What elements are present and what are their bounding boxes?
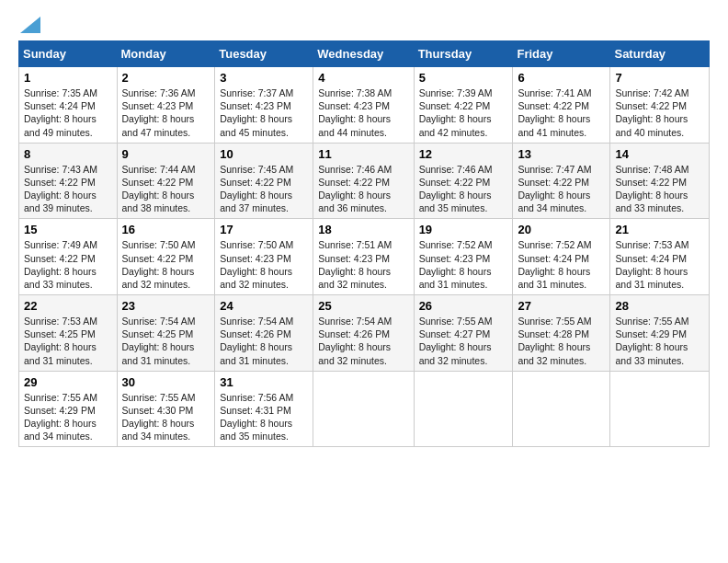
day-number: 7 <box>615 71 704 85</box>
day-info: Sunrise: 7:38 AM Sunset: 4:23 PM Dayligh… <box>318 86 408 139</box>
calendar-cell: 29 Sunrise: 7:55 AM Sunset: 4:29 PM Dayl… <box>19 371 118 447</box>
calendar-header-tuesday: Tuesday <box>215 41 313 67</box>
calendar-cell: 17 Sunrise: 7:50 AM Sunset: 4:23 PM Dayl… <box>215 219 313 295</box>
calendar-week-row: 8 Sunrise: 7:43 AM Sunset: 4:22 PM Dayli… <box>19 143 710 219</box>
day-number: 29 <box>24 375 112 389</box>
day-number: 9 <box>122 147 210 161</box>
day-info: Sunrise: 7:54 AM Sunset: 4:26 PM Dayligh… <box>318 315 408 367</box>
day-info: Sunrise: 7:55 AM Sunset: 4:29 PM Dayligh… <box>24 391 112 443</box>
calendar-cell: 24 Sunrise: 7:54 AM Sunset: 4:26 PM Dayl… <box>215 295 313 372</box>
day-number: 16 <box>122 223 210 236</box>
day-number: 11 <box>318 147 408 161</box>
svg-marker-0 <box>20 17 40 33</box>
calendar-header-monday: Monday <box>117 41 215 67</box>
logo-arrow-icon <box>20 17 40 33</box>
day-number: 4 <box>318 71 408 85</box>
calendar-table: SundayMondayTuesdayWednesdayThursdayFrid… <box>18 40 710 447</box>
day-info: Sunrise: 7:42 AM Sunset: 4:22 PM Dayligh… <box>615 86 704 139</box>
day-info: Sunrise: 7:47 AM Sunset: 4:22 PM Dayligh… <box>518 163 605 215</box>
calendar-header-saturday: Saturday <box>610 41 710 67</box>
calendar-cell: 8 Sunrise: 7:43 AM Sunset: 4:22 PM Dayli… <box>19 143 118 219</box>
day-number: 31 <box>220 375 308 389</box>
calendar-cell: 23 Sunrise: 7:54 AM Sunset: 4:25 PM Dayl… <box>117 295 215 372</box>
day-info: Sunrise: 7:55 AM Sunset: 4:28 PM Dayligh… <box>518 315 605 367</box>
calendar-cell: 30 Sunrise: 7:55 AM Sunset: 4:30 PM Dayl… <box>117 371 215 447</box>
calendar-header-friday: Friday <box>513 41 610 67</box>
day-info: Sunrise: 7:52 AM Sunset: 4:24 PM Dayligh… <box>518 238 605 291</box>
calendar-header-sunday: Sunday <box>19 41 118 67</box>
day-number: 3 <box>220 71 308 85</box>
calendar-cell: 12 Sunrise: 7:46 AM Sunset: 4:22 PM Dayl… <box>414 143 513 219</box>
day-number: 5 <box>419 71 508 85</box>
day-info: Sunrise: 7:45 AM Sunset: 4:22 PM Dayligh… <box>220 163 308 215</box>
calendar-week-row: 29 Sunrise: 7:55 AM Sunset: 4:29 PM Dayl… <box>19 371 710 447</box>
day-info: Sunrise: 7:56 AM Sunset: 4:31 PM Dayligh… <box>220 391 308 443</box>
day-number: 6 <box>518 71 605 85</box>
calendar-cell: 13 Sunrise: 7:47 AM Sunset: 4:22 PM Dayl… <box>513 143 610 219</box>
calendar-cell: 14 Sunrise: 7:48 AM Sunset: 4:22 PM Dayl… <box>610 143 710 219</box>
day-info: Sunrise: 7:46 AM Sunset: 4:22 PM Dayligh… <box>419 163 508 215</box>
calendar-body: 1 Sunrise: 7:35 AM Sunset: 4:24 PM Dayli… <box>19 67 710 447</box>
day-number: 14 <box>615 147 704 161</box>
calendar-cell: 21 Sunrise: 7:53 AM Sunset: 4:24 PM Dayl… <box>610 219 710 295</box>
day-number: 17 <box>220 223 308 236</box>
calendar-cell: 4 Sunrise: 7:38 AM Sunset: 4:23 PM Dayli… <box>313 67 414 144</box>
calendar-cell: 1 Sunrise: 7:35 AM Sunset: 4:24 PM Dayli… <box>19 67 118 144</box>
day-info: Sunrise: 7:50 AM Sunset: 4:22 PM Dayligh… <box>122 238 210 291</box>
day-number: 10 <box>220 147 308 161</box>
day-info: Sunrise: 7:54 AM Sunset: 4:25 PM Dayligh… <box>122 315 210 367</box>
day-number: 20 <box>518 223 605 236</box>
day-number: 8 <box>24 147 112 161</box>
day-info: Sunrise: 7:52 AM Sunset: 4:23 PM Dayligh… <box>419 238 508 291</box>
calendar-header-row: SundayMondayTuesdayWednesdayThursdayFrid… <box>19 41 710 67</box>
day-number: 12 <box>419 147 508 161</box>
day-info: Sunrise: 7:49 AM Sunset: 4:22 PM Dayligh… <box>24 238 112 291</box>
day-info: Sunrise: 7:43 AM Sunset: 4:22 PM Dayligh… <box>24 163 112 215</box>
calendar-cell: 25 Sunrise: 7:54 AM Sunset: 4:26 PM Dayl… <box>313 295 414 372</box>
calendar-cell: 31 Sunrise: 7:56 AM Sunset: 4:31 PM Dayl… <box>215 371 313 447</box>
calendar-cell <box>414 371 513 447</box>
day-info: Sunrise: 7:51 AM Sunset: 4:23 PM Dayligh… <box>318 238 408 291</box>
day-info: Sunrise: 7:41 AM Sunset: 4:22 PM Dayligh… <box>518 86 605 139</box>
day-number: 28 <box>615 299 704 313</box>
day-info: Sunrise: 7:53 AM Sunset: 4:24 PM Dayligh… <box>615 238 704 291</box>
logo <box>18 17 40 33</box>
calendar-cell <box>313 371 414 447</box>
day-info: Sunrise: 7:50 AM Sunset: 4:23 PM Dayligh… <box>220 238 308 291</box>
day-number: 25 <box>318 299 408 313</box>
calendar-cell: 7 Sunrise: 7:42 AM Sunset: 4:22 PM Dayli… <box>610 67 710 144</box>
day-info: Sunrise: 7:48 AM Sunset: 4:22 PM Dayligh… <box>615 163 704 215</box>
day-info: Sunrise: 7:44 AM Sunset: 4:22 PM Dayligh… <box>122 163 210 215</box>
calendar-week-row: 22 Sunrise: 7:53 AM Sunset: 4:25 PM Dayl… <box>19 295 710 372</box>
day-info: Sunrise: 7:39 AM Sunset: 4:22 PM Dayligh… <box>419 86 508 139</box>
calendar-week-row: 1 Sunrise: 7:35 AM Sunset: 4:24 PM Dayli… <box>19 67 710 144</box>
day-info: Sunrise: 7:55 AM Sunset: 4:29 PM Dayligh… <box>615 315 704 367</box>
day-number: 19 <box>419 223 508 236</box>
calendar-cell: 9 Sunrise: 7:44 AM Sunset: 4:22 PM Dayli… <box>117 143 215 219</box>
day-number: 2 <box>122 71 210 85</box>
calendar-cell: 15 Sunrise: 7:49 AM Sunset: 4:22 PM Dayl… <box>19 219 118 295</box>
day-number: 18 <box>318 223 408 236</box>
day-number: 24 <box>220 299 308 313</box>
header <box>18 17 710 33</box>
calendar-cell: 20 Sunrise: 7:52 AM Sunset: 4:24 PM Dayl… <box>513 219 610 295</box>
calendar-cell <box>610 371 710 447</box>
calendar-cell: 22 Sunrise: 7:53 AM Sunset: 4:25 PM Dayl… <box>19 295 118 372</box>
day-number: 21 <box>615 223 704 236</box>
calendar-cell: 18 Sunrise: 7:51 AM Sunset: 4:23 PM Dayl… <box>313 219 414 295</box>
day-info: Sunrise: 7:55 AM Sunset: 4:30 PM Dayligh… <box>122 391 210 443</box>
calendar-cell: 11 Sunrise: 7:46 AM Sunset: 4:22 PM Dayl… <box>313 143 414 219</box>
day-number: 30 <box>122 375 210 389</box>
calendar-cell: 10 Sunrise: 7:45 AM Sunset: 4:22 PM Dayl… <box>215 143 313 219</box>
calendar-cell: 26 Sunrise: 7:55 AM Sunset: 4:27 PM Dayl… <box>414 295 513 372</box>
calendar-cell <box>513 371 610 447</box>
calendar-cell: 19 Sunrise: 7:52 AM Sunset: 4:23 PM Dayl… <box>414 219 513 295</box>
day-number: 1 <box>24 71 112 85</box>
day-info: Sunrise: 7:55 AM Sunset: 4:27 PM Dayligh… <box>419 315 508 367</box>
calendar-header-thursday: Thursday <box>414 41 513 67</box>
calendar-cell: 16 Sunrise: 7:50 AM Sunset: 4:22 PM Dayl… <box>117 219 215 295</box>
calendar-cell: 27 Sunrise: 7:55 AM Sunset: 4:28 PM Dayl… <box>513 295 610 372</box>
day-info: Sunrise: 7:37 AM Sunset: 4:23 PM Dayligh… <box>220 86 308 139</box>
calendar-cell: 28 Sunrise: 7:55 AM Sunset: 4:29 PM Dayl… <box>610 295 710 372</box>
day-number: 15 <box>24 223 112 236</box>
